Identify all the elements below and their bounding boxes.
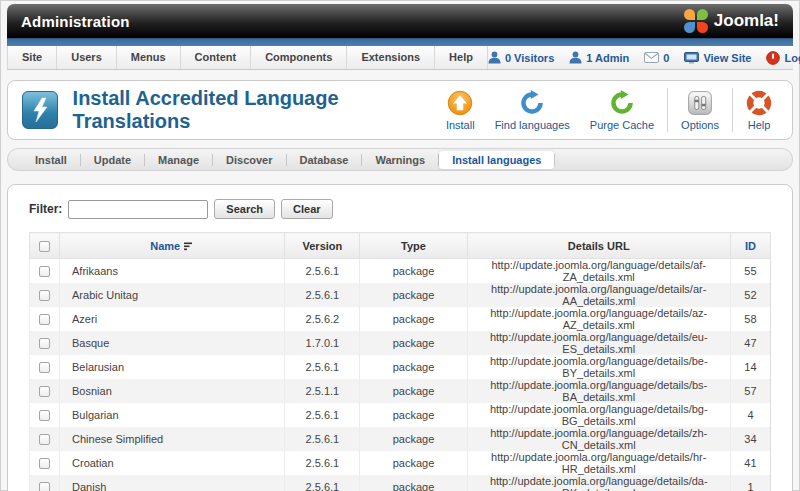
menu-help[interactable]: Help — [435, 46, 488, 69]
language-id: 57 — [730, 379, 770, 403]
admins-link[interactable]: 1 Admin — [569, 51, 629, 64]
language-name: Danish — [60, 475, 285, 491]
row-checkbox[interactable] — [39, 482, 50, 491]
language-id: 14 — [730, 355, 770, 379]
table-row: Chinese Simplified 2.5.6.1 package http:… — [30, 427, 771, 451]
language-version: 2.5.1.1 — [285, 379, 360, 403]
mail-icon — [644, 52, 659, 63]
tab-warnings[interactable]: Warnings — [362, 151, 438, 169]
table-row: Bosnian 2.5.1.1 package http://update.jo… — [30, 379, 771, 403]
row-checkbox[interactable] — [39, 434, 50, 445]
toolbar-separator — [667, 88, 668, 132]
menu-components[interactable]: Components — [251, 46, 347, 69]
language-details-url: http://update.joomla.org/language/detail… — [467, 355, 730, 379]
tab-install[interactable]: Install — [22, 151, 80, 169]
row-checkbox[interactable] — [39, 386, 50, 397]
search-button[interactable]: Search — [214, 199, 275, 219]
language-name: Bosnian — [60, 379, 285, 403]
messages-link[interactable]: 0 — [644, 52, 669, 64]
language-version: 2.5.6.1 — [285, 283, 360, 307]
toolbar: Install Find languages Purge Cache — [436, 86, 782, 135]
language-id: 1 — [730, 475, 770, 491]
language-version: 2.5.6.2 — [285, 307, 360, 331]
help-label: Help — [748, 119, 771, 131]
language-name: Croatian — [60, 451, 285, 475]
monitor-icon — [684, 52, 699, 64]
column-header-details-url: Details URL — [467, 233, 730, 259]
table-row: Afrikaans 2.5.6.1 package http://update.… — [30, 259, 771, 284]
purge-cache-button[interactable]: Purge Cache — [580, 86, 664, 135]
language-version: 2.5.6.1 — [285, 451, 360, 475]
tab-manage[interactable]: Manage — [145, 151, 212, 169]
column-header-name[interactable]: Name — [60, 233, 285, 259]
logout-label: Log out — [784, 52, 800, 64]
purge-cache-icon — [609, 90, 635, 116]
main-menu: Site Users Menus Content Components Exte… — [7, 46, 488, 69]
joomla-logo-icon — [684, 9, 708, 33]
menu-menus[interactable]: Menus — [117, 46, 181, 69]
extension-manager-tabs: Install Update Manage Discover Database … — [7, 148, 793, 171]
tab-install-languages[interactable]: Install languages — [439, 151, 554, 169]
language-name: Arabic Unitag — [60, 283, 285, 307]
logout-power-icon — [766, 51, 780, 65]
find-languages-button[interactable]: Find languages — [485, 86, 580, 135]
options-button[interactable]: Options — [671, 86, 729, 135]
visitors-link[interactable]: 0 Visitors — [488, 51, 554, 64]
column-header-id[interactable]: ID — [730, 233, 770, 259]
tab-update[interactable]: Update — [81, 151, 144, 169]
table-row: Basque 1.7.0.1 package http://update.joo… — [30, 331, 771, 355]
clear-button[interactable]: Clear — [281, 199, 333, 219]
language-name: Chinese Simplified — [60, 427, 285, 451]
language-details-url: http://update.joomla.org/language/detail… — [467, 475, 730, 491]
visitor-person-icon — [488, 51, 501, 64]
language-version: 2.5.6.1 — [285, 475, 360, 491]
joomla-brand: Joomla! — [684, 9, 779, 33]
language-details-url: http://update.joomla.org/language/detail… — [467, 379, 730, 403]
table-row: Croatian 2.5.6.1 package http://update.j… — [30, 451, 771, 475]
table-row: Danish 2.5.6.1 package http://update.joo… — [30, 475, 771, 491]
menu-site[interactable]: Site — [7, 46, 57, 69]
install-label: Install — [446, 119, 475, 131]
language-details-url: http://update.joomla.org/language/detail… — [467, 427, 730, 451]
row-checkbox[interactable] — [39, 266, 50, 277]
help-button[interactable]: Help — [736, 86, 782, 135]
row-checkbox[interactable] — [39, 458, 50, 469]
help-icon — [746, 90, 772, 116]
language-version: 2.5.6.1 — [285, 259, 360, 284]
status-bar: 0 Visitors 1 Admin 0 View Site Log out — [488, 46, 800, 69]
language-name: Azeri — [60, 307, 285, 331]
select-all-header — [30, 233, 60, 259]
row-checkbox[interactable] — [39, 362, 50, 373]
table-row: Azeri 2.5.6.2 package http://update.joom… — [30, 307, 771, 331]
language-version: 2.5.6.1 — [285, 355, 360, 379]
language-details-url: http://update.joomla.org/language/detail… — [467, 331, 730, 355]
column-header-type: Type — [360, 233, 467, 259]
menu-extensions[interactable]: Extensions — [347, 46, 435, 69]
row-checkbox[interactable] — [39, 290, 50, 301]
accent-strip — [7, 38, 793, 46]
admin-person-icon — [569, 51, 582, 64]
language-name: Bulgarian — [60, 403, 285, 427]
install-button[interactable]: Install — [436, 86, 485, 135]
view-site-link[interactable]: View Site — [684, 52, 751, 64]
sort-asc-icon — [184, 241, 194, 251]
row-checkbox[interactable] — [39, 410, 50, 421]
menu-content[interactable]: Content — [181, 46, 252, 69]
visitors-label: 0 Visitors — [505, 52, 554, 64]
select-all-checkbox[interactable] — [39, 241, 50, 252]
logout-link[interactable]: Log out — [766, 51, 800, 65]
language-id: 47 — [730, 331, 770, 355]
menu-users[interactable]: Users — [57, 46, 117, 69]
tab-database[interactable]: Database — [287, 151, 362, 169]
row-checkbox[interactable] — [39, 314, 50, 325]
lightning-bolt-icon — [28, 97, 52, 123]
language-type: package — [360, 475, 467, 491]
language-version: 2.5.6.1 — [285, 403, 360, 427]
row-checkbox[interactable] — [39, 338, 50, 349]
find-languages-label: Find languages — [495, 119, 570, 131]
tab-discover[interactable]: Discover — [213, 151, 285, 169]
options-label: Options — [681, 119, 719, 131]
filter-input[interactable] — [68, 200, 208, 219]
language-version: 1.7.0.1 — [285, 331, 360, 355]
language-type: package — [360, 259, 467, 284]
